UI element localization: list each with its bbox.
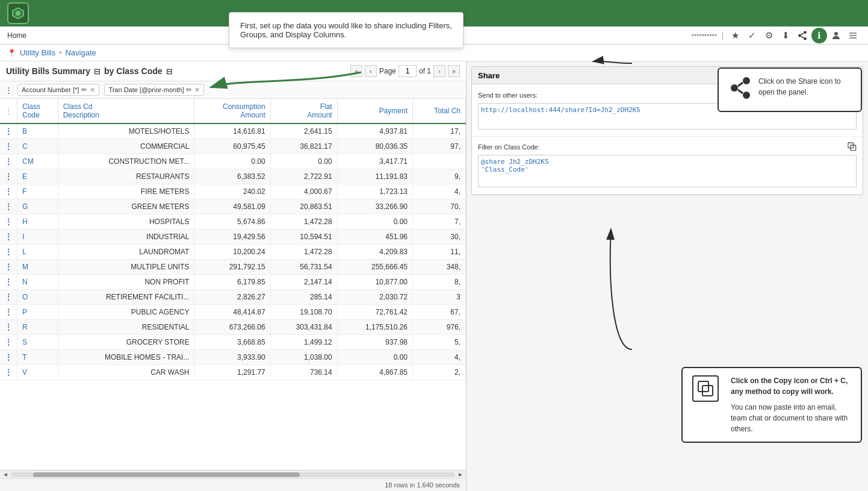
svg-line-7 <box>801 33 804 34</box>
filter-tran-edit[interactable]: ✏ <box>186 86 192 94</box>
filter-copy-icon[interactable] <box>847 142 857 152</box>
pagination-controls: « ‹ Page of 1 › » <box>350 65 460 77</box>
star-button[interactable]: ★ <box>727 28 743 43</box>
share-filter-textarea[interactable]: @share Jh2_zDH2K5 'Class_Code' <box>478 155 857 187</box>
info-button[interactable]: ℹ <box>811 28 827 43</box>
table-row[interactable]: ⋮ L LAUNDROMAT 10,200.24 1,472.28 4,209.… <box>0 245 466 260</box>
gear-button[interactable]: ⚙ <box>761 28 777 43</box>
col-flat[interactable]: FlatAmount <box>270 99 337 124</box>
row-class-code: T <box>17 350 58 365</box>
table-row[interactable]: ⋮ C COMMERCIAL 60,975.45 36,821.17 80,03… <box>0 139 466 154</box>
col-total[interactable]: Total Ch <box>413 99 466 124</box>
row-flat: 736.14 <box>270 365 337 380</box>
page-input[interactable] <box>398 65 417 77</box>
filter-account-label: Account Number [*] <box>22 86 79 93</box>
table-row[interactable]: ⋮ N NON PROFIT 6,179.85 2,147.14 10,877.… <box>0 275 466 290</box>
row-drag: ⋮ <box>0 139 17 154</box>
col-consumption[interactable]: ConsumptionAmount <box>194 99 270 124</box>
data-table: ⋮ ClassCode Class CdDescription Consumpt… <box>0 99 466 380</box>
tooltip-copy: Click on the Copy icon or Ctrl + C, any … <box>681 367 862 443</box>
table-row[interactable]: ⋮ V CAR WASH 1,291.77 736.14 4,867.85 2, <box>0 365 466 380</box>
table-row[interactable]: ⋮ S GROCERY STORE 3,668.85 1,499.12 937.… <box>0 335 466 350</box>
row-consumption: 48,414.87 <box>194 305 270 320</box>
row-class-code: V <box>17 365 58 380</box>
table-row[interactable]: ⋮ H HOSPITALS 5,674.86 1,472.28 0.00 7, <box>0 214 466 230</box>
filter-bar: ⋮ Account Number [*] ✏ ✕ Tran Date [@pri… <box>0 81 466 99</box>
row-description: GREEN METERS <box>58 199 194 214</box>
svg-point-17 <box>743 77 750 84</box>
table-row[interactable]: ⋮ P PUBLIC AGENCY 48,414.87 19,108.70 72… <box>0 305 466 320</box>
filter-label: Filter on Class Code: <box>478 143 540 151</box>
scroll-right[interactable]: ► <box>457 471 463 478</box>
table-row[interactable]: ⋮ M MULTIPLE UNITS 291,792.15 56,731.54 … <box>0 260 466 275</box>
row-description: INDUSTRIAL <box>58 230 194 245</box>
share-button[interactable] <box>795 28 810 43</box>
svg-rect-23 <box>698 381 708 392</box>
filter-account-edit[interactable]: ✏ <box>81 86 87 94</box>
h-scroll-bar[interactable]: ◄ ► <box>0 470 466 478</box>
svg-line-20 <box>738 83 743 86</box>
breadcrumb-nav[interactable]: Navigate <box>65 48 96 57</box>
svg-rect-11 <box>849 35 857 36</box>
nav-button[interactable] <box>845 28 861 43</box>
table-row[interactable]: ⋮ G GREEN METERS 49,581.09 20,863.51 33,… <box>0 199 466 214</box>
left-panel: Utility Bills Summary ⊟ by Class Code ⊟ … <box>0 61 467 491</box>
row-class-code: H <box>17 214 58 230</box>
filter-tran-date: Tran Date [@prior-month] ✏ ✕ <box>104 84 204 96</box>
drag-handle-icon[interactable]: ⋮ <box>5 86 13 95</box>
report-group-label: by Class Code <box>104 66 162 76</box>
row-payment: 255,666.45 <box>337 260 412 275</box>
breadcrumb-path[interactable]: Utility Bills <box>20 48 55 57</box>
row-consumption: 3,668.85 <box>194 335 270 350</box>
scroll-track[interactable] <box>11 472 455 477</box>
collapse-icon[interactable]: ⊟ <box>94 67 101 76</box>
scroll-left[interactable]: ◄ <box>2 471 8 478</box>
scroll-thumb[interactable] <box>33 472 300 477</box>
row-drag: ⋮ <box>0 169 17 184</box>
row-description: RESTAURANTS <box>58 169 194 184</box>
table-row[interactable]: ⋮ I INDUSTRIAL 19,429.56 10,594.51 451.9… <box>0 230 466 245</box>
row-flat: 1,038.00 <box>270 350 337 365</box>
filter-account-remove[interactable]: ✕ <box>90 86 95 94</box>
row-payment: 1,723.13 <box>337 184 412 199</box>
row-consumption: 19,429.56 <box>194 230 270 245</box>
row-drag: ⋮ <box>0 154 17 169</box>
row-total: 7, <box>413 214 466 230</box>
main-area: Utility Bills Summary ⊟ by Class Code ⊟ … <box>0 61 868 491</box>
copy-tooltip-icon <box>692 375 719 402</box>
col-class-code[interactable]: ClassCode <box>17 99 58 124</box>
table-row[interactable]: ⋮ F FIRE METERS 240.02 4,000.67 1,723.13… <box>0 184 466 199</box>
row-total: 11, <box>413 245 466 260</box>
app-logo[interactable] <box>7 2 29 24</box>
first-page-btn[interactable]: « <box>350 65 362 77</box>
right-panel: Share × Send to other users: http://loca… <box>467 61 868 491</box>
pin-icon: 📍 <box>7 49 16 57</box>
table-row[interactable]: ⋮ B MOTELS/HOTELS 14,616.81 2,641.15 4,9… <box>0 124 466 139</box>
home-link[interactable]: Home <box>7 31 26 40</box>
table-row[interactable]: ⋮ E RESTAURANTS 6,383.52 2,722.91 11,191… <box>0 169 466 184</box>
check-button[interactable]: ✓ <box>744 28 760 43</box>
last-page-btn[interactable]: » <box>448 65 460 77</box>
download-button[interactable]: ⬇ <box>778 28 793 43</box>
group-collapse-icon[interactable]: ⊟ <box>166 67 173 76</box>
table-container[interactable]: ⋮ ClassCode Class CdDescription Consumpt… <box>0 99 466 470</box>
row-consumption: 0.00 <box>194 154 270 169</box>
table-row[interactable]: ⋮ CM CONSTRUCTION MET... 0.00 0.00 3,417… <box>0 154 466 169</box>
col-description[interactable]: Class CdDescription <box>58 99 194 124</box>
svg-point-18 <box>731 84 738 92</box>
user-button[interactable] <box>828 28 844 43</box>
row-total: 976, <box>413 320 466 335</box>
of-label: of 1 <box>419 67 431 75</box>
row-payment: 80,036.35 <box>337 139 412 154</box>
row-drag: ⋮ <box>0 184 17 199</box>
row-class-code: N <box>17 275 58 290</box>
row-total: 9, <box>413 169 466 184</box>
table-row[interactable]: ⋮ O RETIREMENT FACILITI... 2,826.27 285.… <box>0 290 466 305</box>
col-payment[interactable]: Payment <box>337 99 412 124</box>
prev-page-btn[interactable]: ‹ <box>365 65 377 77</box>
next-page-btn[interactable]: › <box>433 65 445 77</box>
filter-tran-remove[interactable]: ✕ <box>194 86 200 94</box>
table-row[interactable]: ⋮ T MOBILE HOMES - TRAI... 3,933.90 1,03… <box>0 350 466 365</box>
copy-tooltip-text2: You can now paste into an email, team ch… <box>731 402 851 434</box>
table-row[interactable]: ⋮ R RESIDENTIAL 673,266.06 303,431.84 1,… <box>0 320 466 335</box>
